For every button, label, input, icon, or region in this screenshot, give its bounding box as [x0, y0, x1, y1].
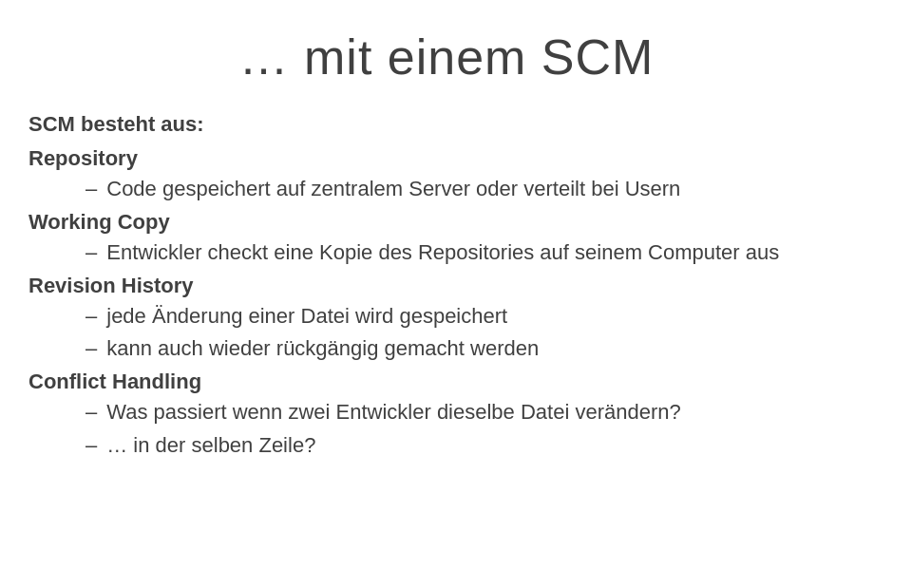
intro-text: SCM besteht aus:: [28, 112, 874, 137]
bullet-text-repository: Code gespeichert auf zentralem Server od…: [106, 175, 680, 204]
list-item: – jede Änderung einer Datei wird gespeic…: [28, 302, 874, 332]
bullet-dash-icon: –: [86, 175, 97, 204]
bullet-dash-icon: –: [86, 398, 97, 427]
section-revision-history: Revision History – jede Änderung einer D…: [28, 274, 874, 365]
section-working-copy: Working Copy – Entwickler checkt eine Ko…: [28, 210, 874, 268]
list-item: – Code gespeichert auf zentralem Server …: [28, 175, 874, 204]
bullet-dash-icon: –: [86, 431, 97, 461]
section-conflict-handling: Conflict Handling – Was passiert wenn zw…: [28, 370, 874, 461]
list-item: – … in der selben Zeile?: [28, 431, 874, 461]
section-heading-revision-history: Revision History: [28, 274, 874, 298]
section-heading-working-copy: Working Copy: [28, 210, 874, 235]
list-item: – kann auch wieder rückgängig gemacht we…: [28, 334, 874, 364]
list-item: – Was passiert wenn zwei Entwickler dies…: [28, 398, 874, 427]
bullet-text-conflict-2: … in der selben Zeile?: [106, 431, 315, 461]
section-repository: Repository – Code gespeichert auf zentra…: [28, 146, 874, 204]
bullet-dash-icon: –: [86, 302, 97, 332]
bullet-text-working-copy: Entwickler checkt eine Kopie des Reposit…: [106, 238, 779, 268]
bullet-text-conflict-1: Was passiert wenn zwei Entwickler diesel…: [106, 398, 680, 427]
section-heading-conflict-handling: Conflict Handling: [28, 370, 874, 394]
bullet-dash-icon: –: [86, 334, 97, 364]
slide-title: … mit einem SCM: [19, 28, 874, 85]
bullet-dash-icon: –: [86, 238, 97, 268]
bullet-text-revision-2: kann auch wieder rückgängig gemacht werd…: [106, 334, 539, 364]
slide: … mit einem SCM SCM besteht aus: Reposit…: [0, 0, 912, 588]
section-heading-repository: Repository: [28, 146, 874, 171]
bullet-text-revision-1: jede Änderung einer Datei wird gespeiche…: [106, 302, 507, 332]
list-item: – Entwickler checkt eine Kopie des Repos…: [28, 238, 874, 268]
content-area: SCM besteht aus: Repository – Code gespe…: [19, 112, 874, 461]
